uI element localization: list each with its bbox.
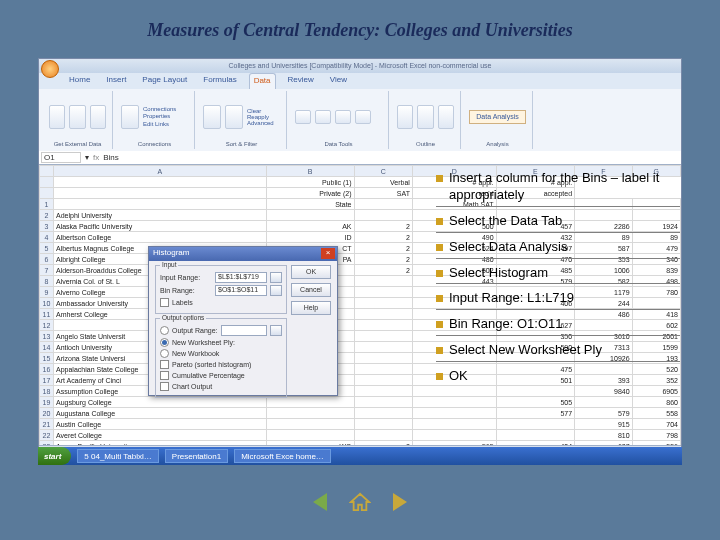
group-data-tools: Data Tools [289, 91, 389, 149]
input-legend: Input [160, 261, 178, 268]
instruction-list: Insert a column for the Bins – label it … [436, 170, 680, 393]
group-label: Outline [397, 141, 454, 147]
from-text-icon[interactable] [90, 105, 106, 129]
instruction-item: Bin Range: O1:O11 [449, 316, 562, 333]
group-label: Sort & Filter [203, 141, 280, 147]
ok-button[interactable]: OK [291, 265, 331, 279]
dialog-titlebar[interactable]: Histogram × [149, 247, 337, 261]
ribbon-tabs: Home Insert Page Layout Formulas Data Re… [39, 73, 681, 89]
group-label: Analysis [469, 141, 526, 147]
windows-taskbar: start 5 04_Multi Tablxl… Presentation1 M… [38, 447, 682, 465]
next-slide-button[interactable] [389, 492, 411, 512]
filter-icon[interactable] [225, 105, 243, 129]
ribbon: Home Insert Page Layout Formulas Data Re… [39, 73, 681, 151]
chart-output-checkbox[interactable] [160, 382, 169, 391]
formula-bar: O1 ▾ fx Bins [39, 151, 681, 165]
instruction-item: Input Range: L1:L719 [449, 290, 574, 307]
refresh-icon[interactable] [121, 105, 139, 129]
data-analysis-button[interactable]: Data Analysis [469, 110, 526, 124]
group-analysis: Data Analysis Analysis [463, 91, 533, 149]
pareto-checkbox[interactable] [160, 360, 169, 369]
taskbar-item[interactable]: Presentation1 [165, 449, 228, 463]
group-label: Data Tools [295, 141, 382, 147]
input-fieldset: Input Input Range: $L$1:$L$719 Bin Range… [155, 265, 287, 314]
taskbar-item[interactable]: Microsoft Exce home… [234, 449, 331, 463]
group-sort-filter: ClearReapplyAdvanced Sort & Filter [197, 91, 287, 149]
bullet-icon [436, 218, 443, 225]
close-icon[interactable]: × [321, 248, 335, 259]
labels-check-label: Labels [172, 299, 193, 306]
bin-range-field[interactable]: $O$1:$O$11 [215, 285, 267, 296]
output-fieldset: Output options Output Range: New Workshe… [155, 318, 287, 398]
bullet-icon [436, 295, 443, 302]
instruction-item: Select New Worksheet Ply [449, 342, 602, 359]
prev-slide-button[interactable] [309, 492, 331, 512]
formula-value[interactable]: Bins [103, 153, 119, 162]
office-button[interactable] [41, 60, 59, 78]
instruction-item: Insert a column for the Bins – label it … [449, 170, 680, 204]
tab-review[interactable]: Review [284, 73, 318, 89]
cumulative-checkbox[interactable] [160, 371, 169, 380]
dialog-title-text: Histogram [153, 248, 189, 257]
text-to-columns-icon[interactable] [295, 110, 311, 124]
slide-title: Measures of Central Tendency: Colleges a… [0, 20, 720, 41]
histogram-dialog: Histogram × Input Input Range: $L$1:$L$7… [148, 246, 338, 396]
instruction-item: Select the Data Tab [449, 213, 562, 230]
bin-range-label: Bin Range: [160, 287, 212, 294]
ref-icon[interactable] [270, 325, 282, 336]
group-outline: Outline [391, 91, 461, 149]
bullet-icon [436, 270, 443, 277]
name-box[interactable]: O1 [41, 152, 81, 163]
output-legend: Output options [160, 314, 206, 321]
house-icon [349, 492, 371, 512]
tab-data[interactable]: Data [249, 73, 276, 89]
output-range-radio[interactable] [160, 326, 169, 335]
tab-view[interactable]: View [326, 73, 351, 89]
tab-insert[interactable]: Insert [102, 73, 130, 89]
ungroup-icon[interactable] [417, 105, 433, 129]
bullet-icon [436, 175, 443, 182]
start-button[interactable]: start [38, 447, 71, 465]
subtotal-icon[interactable] [438, 105, 454, 129]
excel-titlebar: Colleges and Universities [Compatibility… [39, 59, 681, 73]
home-slide-button[interactable] [349, 492, 371, 512]
data-validation-icon[interactable] [335, 110, 351, 124]
output-range-field[interactable] [221, 325, 267, 336]
help-button[interactable]: Help [291, 301, 331, 315]
bullet-icon [436, 373, 443, 380]
instruction-item: Select Histogram [449, 265, 548, 282]
new-workbook-radio[interactable] [160, 349, 169, 358]
sort-icon[interactable] [203, 105, 221, 129]
taskbar-item[interactable]: 5 04_Multi Tablxl… [77, 449, 158, 463]
dropdown-icon[interactable]: ▾ [85, 153, 89, 162]
group-label: Get External Data [49, 141, 106, 147]
instruction-item: Select Data Analysis [449, 239, 568, 256]
group-connections: ConnectionsPropertiesEdit Links Connecti… [115, 91, 195, 149]
input-range-field[interactable]: $L$1:$L$719 [215, 272, 267, 283]
tab-home[interactable]: Home [65, 73, 94, 89]
remove-duplicates-icon[interactable] [315, 110, 331, 124]
new-worksheet-radio[interactable] [160, 338, 169, 347]
input-range-label: Input Range: [160, 274, 212, 281]
ref-icon[interactable] [270, 285, 282, 296]
fx-icon[interactable]: fx [93, 153, 99, 162]
slide-nav [0, 492, 720, 512]
group-icon[interactable] [397, 105, 413, 129]
bullet-icon [436, 321, 443, 328]
from-access-icon[interactable] [49, 105, 65, 129]
cancel-button[interactable]: Cancel [291, 283, 331, 297]
bullet-icon [436, 244, 443, 251]
new-workbook-label: New Workbook [172, 350, 219, 357]
arrow-right-icon [393, 493, 407, 511]
labels-checkbox[interactable] [160, 298, 169, 307]
ref-icon[interactable] [270, 272, 282, 283]
group-label: Connections [121, 141, 188, 147]
instruction-item: OK [449, 368, 468, 385]
consolidate-icon[interactable] [355, 110, 371, 124]
new-worksheet-label: New Worksheet Ply: [172, 339, 235, 346]
chart-output-label: Chart Output [172, 383, 212, 390]
tab-formulas[interactable]: Formulas [199, 73, 240, 89]
pareto-label: Pareto (sorted histogram) [172, 361, 251, 368]
from-web-icon[interactable] [69, 105, 85, 129]
tab-page-layout[interactable]: Page Layout [138, 73, 191, 89]
